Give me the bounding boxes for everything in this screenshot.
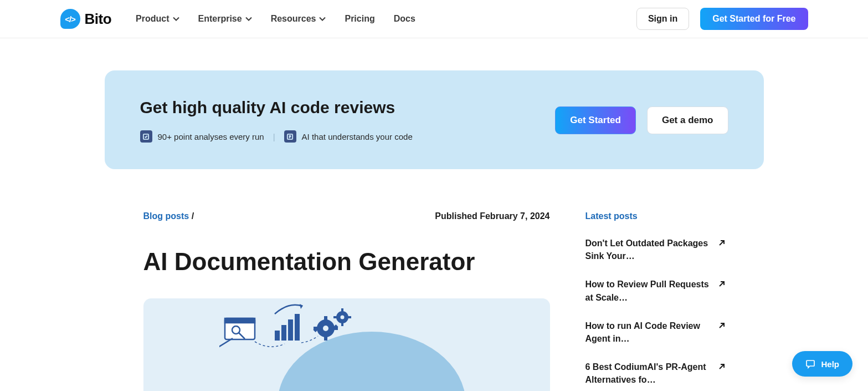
nav-pricing[interactable]: Pricing [345,14,374,24]
svg-rect-8 [275,331,280,341]
article-hero-image [143,298,550,391]
svg-rect-15 [324,336,327,341]
sidebar: Latest posts Don't Let Outdated Packages… [585,211,725,391]
feature-item: AI that understands your code [284,130,413,143]
logo-icon: </> [60,9,80,29]
svg-rect-14 [324,316,327,321]
latest-post-link[interactable]: How to run AI Code Review Agent in… [585,319,725,345]
svg-rect-23 [341,323,343,326]
logo[interactable]: </> Bito [60,9,112,29]
main-nav: Product Enterprise Resources Pricing Doc… [136,14,415,24]
svg-rect-22 [341,308,343,312]
svg-rect-25 [348,316,351,318]
latest-post-link[interactable]: How to Review Pull Requests at Scale… [585,278,725,303]
site-header: </> Bito Product Enterprise Resources Pr… [0,0,868,38]
svg-point-13 [323,326,328,331]
sidebar-heading: Latest posts [585,211,725,221]
help-label: Help [821,359,839,369]
get-demo-button[interactable]: Get a demo [647,106,728,134]
chevron-down-icon [319,17,326,21]
arrow-up-right-icon [718,322,725,329]
nav-enterprise[interactable]: Enterprise [198,14,252,24]
breadcrumb-link[interactable]: Blog posts [143,211,189,221]
svg-rect-4 [225,318,255,323]
chat-icon [805,359,815,369]
help-button[interactable]: Help [792,351,852,377]
get-started-button[interactable]: Get Started [555,106,636,134]
published-date: Published February 7, 2024 [435,211,549,221]
latest-post-link[interactable]: 6 Best CodiumAI's PR-Agent Alternatives … [585,360,725,386]
feature-item: 90+ point analyses every run [140,130,264,143]
svg-rect-10 [288,319,293,341]
chevron-down-icon [173,17,179,21]
svg-rect-9 [281,325,286,341]
checklist-icon [140,130,152,143]
nav-resources[interactable]: Resources [271,14,326,24]
get-started-free-button[interactable]: Get Started for Free [700,8,808,30]
nav-docs[interactable]: Docs [394,14,415,24]
svg-rect-11 [295,314,300,341]
nav-product[interactable]: Product [136,14,179,24]
illustration-icon [219,298,474,391]
chevron-down-icon [245,17,252,21]
article-title: AI Documentation Generator [143,248,550,276]
brain-icon [284,130,296,143]
breadcrumb: Blog posts / [143,211,194,221]
svg-rect-24 [333,316,337,318]
arrow-up-right-icon [718,363,725,370]
banner-title: Get high quality AI code reviews [140,98,413,117]
separator: | [273,132,275,141]
svg-point-2 [278,332,466,391]
logo-text: Bito [85,11,112,28]
arrow-up-right-icon [718,240,725,246]
latest-post-link[interactable]: Don't Let Outdated Packages Sink Your… [585,237,725,262]
arrow-up-right-icon [718,281,725,287]
svg-point-21 [340,315,344,319]
promo-banner: Get high quality AI code reviews 90+ poi… [105,70,764,169]
sign-in-button[interactable]: Sign in [636,8,689,30]
